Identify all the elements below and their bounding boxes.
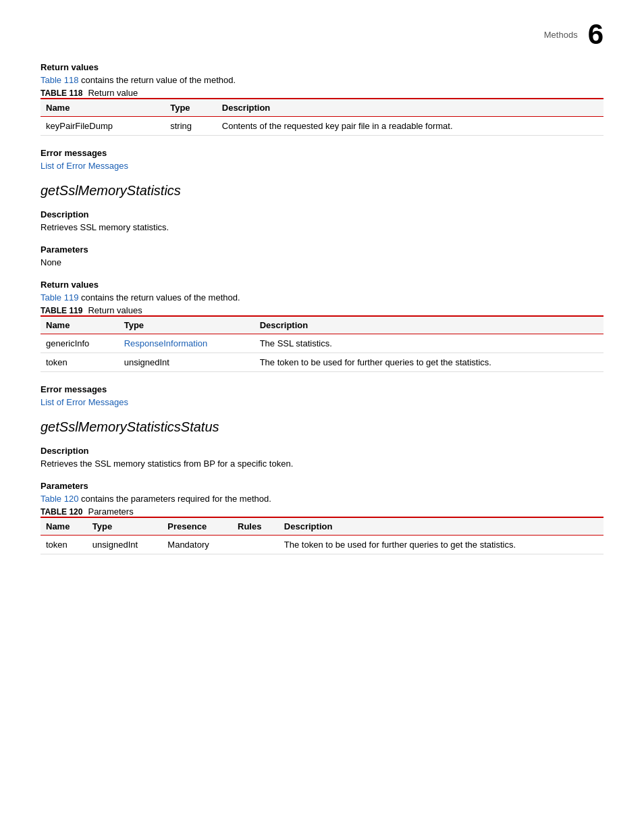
table-row: token unsignedInt Mandatory The token to… [41,536,603,554]
table120-col-rules: Rules [232,517,279,536]
chapter-number: 6 [588,20,603,49]
method1-parameters-label: Parameters [41,244,603,255]
error-messages-section-top: Error messages List of Error Messages [41,148,603,171]
table120-caption: TABLE 120 Parameters [41,506,603,517]
table120-col-name: Name [41,517,87,536]
table118-caption: TABLE 118 Return value [41,88,603,98]
table119-link[interactable]: Table 119 [41,292,78,303]
table118: Name Type Description keyPairFileDump st… [41,98,603,136]
table119-wrapper: TABLE 119 Return values Name Type Descri… [41,305,603,372]
method1-description-text: Retrieves SSL memory statistics. [41,222,603,232]
cell-type: ResponseInformation [119,334,254,353]
method1-heading: getSslMemoryStatistics [41,183,603,199]
method1-return-intro-suffix: contains the return values of the method… [78,292,240,303]
method1-return-values-intro: Table 119 contains the return values of … [41,292,603,303]
table118-link[interactable]: Table 118 [41,75,78,85]
table120-label: TABLE 120 [41,507,82,517]
return-values-intro-top: Table 118 contains the return value of t… [41,75,603,85]
table118-wrapper: TABLE 118 Return value Name Type Descrip… [41,88,603,136]
cell-type: string [165,117,217,136]
table120-header-row: Name Type Presence Rules Description [41,517,603,536]
return-values-label-top: Return values [41,62,603,72]
table119-desc: Return values [88,305,142,315]
table119-label: TABLE 119 [41,306,82,315]
method2-description-label: Description [41,446,603,456]
method2-description-text: Retrieves the SSL memory statistics from… [41,459,603,469]
method1-description-section: Description Retrieves SSL memory statist… [41,209,603,232]
cell-name: token [41,353,119,372]
cell-type: unsignedInt [87,536,162,554]
cell-type: unsignedInt [119,353,254,372]
table118-desc: Return value [88,88,138,98]
return-values-intro-suffix: contains the return value of the method. [78,75,236,85]
table120-desc: Parameters [88,506,133,517]
error-messages-label-top: Error messages [41,148,603,158]
cell-name: genericInfo [41,334,119,353]
response-information-link[interactable]: ResponseInformation [124,338,208,348]
table119: Name Type Description genericInfo Respon… [41,315,603,372]
table120-wrapper: TABLE 120 Parameters Name Type Presence … [41,506,603,554]
table118-col-name: Name [41,99,165,117]
table118-col-description: Description [217,99,603,117]
cell-description: The SSL statistics. [254,334,603,353]
table120-link[interactable]: Table 120 [41,494,78,504]
table-row: token unsignedInt The token to be used f… [41,353,603,372]
table119-col-type: Type [119,316,254,334]
table118-col-type: Type [165,99,217,117]
cell-description: The token to be used for further queries… [279,536,603,554]
method2-parameters-label: Parameters [41,481,603,491]
method2-description-section: Description Retrieves the SSL memory sta… [41,446,603,469]
table119-header-row: Name Type Description [41,316,603,334]
table120-col-type: Type [87,517,162,536]
cell-description: Contents of the requested key pair file … [217,117,603,136]
table118-header-row: Name Type Description [41,99,603,117]
page-header: Methods 6 [41,14,603,62]
error-messages-link-method1[interactable]: List of Error Messages [41,397,128,407]
method1-parameters-section: Parameters None [41,244,603,267]
table120-col-description: Description [279,517,603,536]
method1-return-values-section: Return values Table 119 contains the ret… [41,280,603,372]
cell-name: keyPairFileDump [41,117,165,136]
return-values-section-top: Return values Table 118 contains the ret… [41,62,603,136]
cell-name: token [41,536,87,554]
table118-label: TABLE 118 [41,88,82,98]
error-messages-label-method1: Error messages [41,384,603,394]
method2-heading: getSslMemoryStatisticsStatus [41,419,603,435]
error-messages-link-top[interactable]: List of Error Messages [41,161,128,171]
cell-presence: Mandatory [162,536,232,554]
method2-params-suffix: contains the parameters required for the… [78,494,271,504]
method1-parameters-text: None [41,257,603,267]
table119-caption: TABLE 119 Return values [41,305,603,315]
table120: Name Type Presence Rules Description tok… [41,517,603,554]
table119-col-name: Name [41,316,119,334]
error-messages-section-method1: Error messages List of Error Messages [41,384,603,407]
method2-parameters-section: Parameters Table 120 contains the parame… [41,481,603,554]
method1-return-values-label: Return values [41,280,603,290]
table-row: genericInfo ResponseInformation The SSL … [41,334,603,353]
cell-rules [232,536,279,554]
method2-parameters-intro: Table 120 contains the parameters requir… [41,494,603,504]
table119-col-description: Description [254,316,603,334]
method1-description-label: Description [41,209,603,219]
table-row: keyPairFileDump string Contents of the r… [41,117,603,136]
section-label: Methods [544,30,578,40]
cell-description: The token to be used for further queries… [254,353,603,372]
table120-col-presence: Presence [162,517,232,536]
